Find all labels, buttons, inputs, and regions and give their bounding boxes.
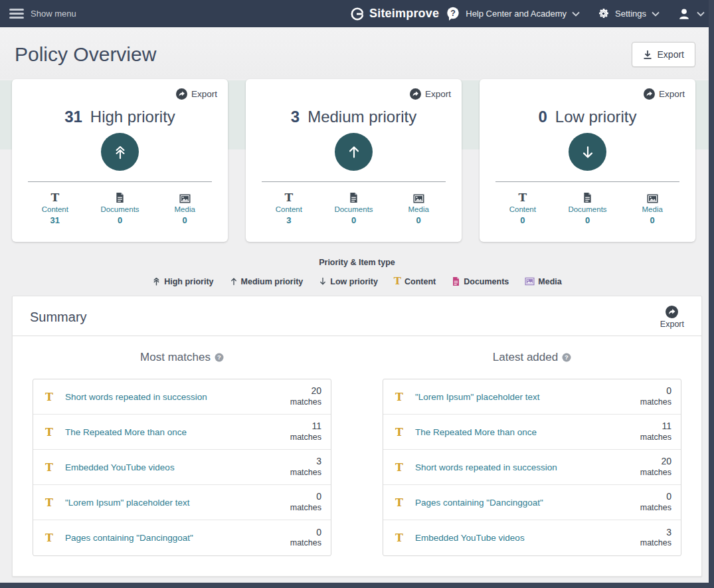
documents-icon	[115, 190, 125, 203]
policy-link[interactable]: Pages containing "Dancinggoat"	[65, 533, 193, 543]
horizontal-scrollbar[interactable]	[0, 583, 714, 588]
policy-link[interactable]: Short words repeated in succession	[65, 392, 207, 402]
page-title: Policy Overview	[15, 43, 156, 66]
most-matches-heading: Most matches	[140, 351, 211, 364]
chevron-down-icon	[652, 11, 660, 17]
policy-link[interactable]: Embedded YouTube videos	[415, 533, 525, 543]
high-priority-card: Export 31 High priority T Content 31	[12, 79, 228, 242]
content-icon: T	[395, 426, 415, 439]
policy-link[interactable]: "Lorem Ipsum" placeholder text	[415, 392, 539, 402]
vertical-scrollbar[interactable]	[709, 0, 714, 588]
list-item: T The Repeated More than once 11matches	[383, 415, 681, 450]
policy-link[interactable]: The Repeated More than once	[65, 427, 187, 437]
media-icon	[413, 190, 424, 203]
help-center-menu[interactable]: ? Help Center and Academy	[446, 6, 580, 21]
media-value: 0	[183, 215, 187, 225]
policy-link[interactable]: "Lorem Ipsum" placeholder text	[65, 498, 189, 508]
policy-link[interactable]: Pages containing "Dancinggoat"	[415, 498, 543, 508]
export-share-icon	[666, 306, 678, 318]
settings-menu[interactable]: Settings	[597, 7, 660, 20]
siteimprove-logo-icon	[350, 7, 365, 21]
medium-priority-card: Export 3 Medium priority T Content 3	[246, 79, 462, 242]
export-label: Export	[191, 89, 217, 99]
legend-low-priority: Low priority	[319, 276, 378, 286]
show-menu-button[interactable]: Show menu	[9, 9, 76, 19]
match-count: 11matches	[640, 421, 671, 442]
list-item: T Short words repeated in succession 20m…	[33, 379, 331, 415]
documents-icon	[582, 190, 592, 203]
match-count: 0matches	[640, 491, 671, 513]
low-priority-title: Low priority	[555, 108, 637, 126]
content-label: Content	[509, 205, 536, 213]
media-icon	[179, 190, 191, 203]
content-icon: T	[45, 391, 65, 403]
siteimprove-logo[interactable]: Siteimprove	[350, 0, 439, 27]
content-icon: T	[45, 426, 65, 439]
list-item: T Embedded YouTube videos 3matches	[383, 520, 681, 555]
list-item: T The Repeated More than once 11matches	[33, 415, 331, 450]
chevron-down-icon	[697, 11, 705, 17]
legend-high-priority: High priority	[152, 276, 213, 286]
content-icon: T	[45, 461, 65, 474]
hamburger-icon	[9, 9, 24, 19]
documents-value: 0	[118, 215, 122, 225]
high-priority-export-link[interactable]: Export	[176, 88, 217, 100]
list-item: T Pages containing "Dancinggoat" 0matche…	[383, 485, 681, 520]
card-item-content: T Content 3	[256, 190, 321, 225]
match-count: 0matches	[290, 491, 321, 513]
settings-label: Settings	[615, 9, 646, 19]
documents-icon	[349, 190, 359, 203]
low-priority-card: Export 0 Low priority T Content 0	[480, 79, 695, 242]
medium-priority-title: Medium priority	[308, 108, 416, 126]
svg-text:?: ?	[217, 353, 221, 361]
card-item-content: T Content 31	[23, 190, 88, 225]
card-item-media: Media 0	[620, 190, 685, 225]
legend-media: Media	[525, 277, 561, 286]
policy-link[interactable]: The Repeated More than once	[415, 427, 537, 437]
policy-link[interactable]: Embedded YouTube videos	[65, 462, 175, 472]
documents-icon	[452, 276, 460, 286]
card-item-media: Media 0	[152, 190, 217, 225]
svg-text:?: ?	[565, 353, 569, 361]
content-icon: T	[45, 532, 65, 544]
help-circle-icon[interactable]: ?	[215, 353, 224, 362]
card-divider	[28, 181, 212, 182]
policy-link[interactable]: Short words repeated in succession	[415, 462, 557, 472]
show-menu-label: Show menu	[31, 9, 76, 19]
legend-documents: Documents	[452, 276, 509, 286]
user-menu[interactable]	[677, 7, 705, 21]
documents-value: 0	[585, 215, 590, 225]
double-arrow-up-icon	[152, 276, 161, 286]
page-header: Policy Overview Export	[0, 27, 714, 79]
export-share-icon	[644, 88, 655, 100]
summary-export-link[interactable]: Export	[660, 306, 684, 329]
export-share-icon	[410, 88, 421, 100]
arrow-down-icon	[319, 276, 327, 286]
gear-icon	[597, 7, 610, 20]
media-label: Media	[408, 205, 429, 213]
medium-priority-export-link[interactable]: Export	[410, 88, 451, 100]
match-count: 3matches	[640, 527, 671, 549]
low-priority-export-link[interactable]: Export	[644, 88, 685, 100]
legend: Priority & Item type High priority Mediu…	[0, 258, 714, 286]
priority-cards-section: Export 31 High priority T Content 31	[0, 79, 714, 242]
match-count: 20matches	[290, 385, 321, 407]
match-count: 20matches	[640, 456, 671, 478]
card-item-documents: Documents 0	[555, 190, 620, 225]
card-item-documents: Documents 0	[321, 190, 387, 225]
brand-name: Siteimprove	[369, 7, 439, 21]
help-bubble-icon: ?	[446, 6, 460, 21]
arrow-up-icon	[230, 276, 238, 286]
page-export-label: Export	[658, 49, 684, 60]
export-label: Export	[425, 89, 451, 99]
documents-label: Documents	[100, 205, 139, 213]
legend-medium-priority: Medium priority	[230, 276, 304, 286]
legend-title: Priority & Item type	[0, 258, 714, 267]
page-export-button[interactable]: Export	[632, 42, 695, 67]
content-icon: T	[395, 391, 415, 403]
latest-added-heading: Latest added	[493, 351, 558, 364]
content-icon: T	[395, 461, 415, 474]
content-icon: T	[394, 276, 401, 286]
content-icon: T	[285, 190, 294, 203]
help-circle-icon[interactable]: ?	[562, 353, 571, 362]
